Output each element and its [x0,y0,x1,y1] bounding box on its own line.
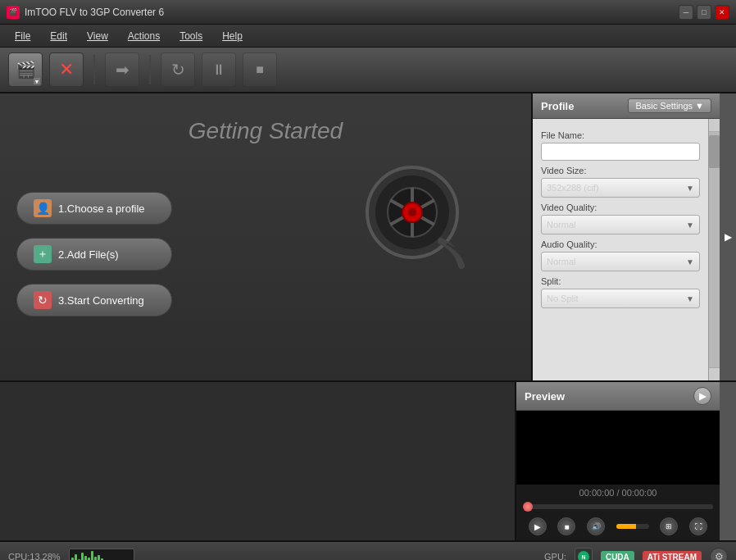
add-files-button[interactable]: ＋ 2.Add File(s) [16,238,172,271]
preview-screen [516,411,720,485]
settings-content: File Name: Video Size: 352x288 (cif) ▼ V… [533,119,720,380]
audio-quality-label: Audio Quality: [541,239,700,249]
minimize-button[interactable]: ─ [679,5,693,20]
snapshot-button[interactable]: ⊞ [660,517,678,535]
panel-expand-button[interactable]: ▶ [720,93,736,380]
video-size-value: 352x288 (cif) [547,183,599,193]
title-bar: 🎬 ImTOO FLV to 3GP Converter 6 ─ □ ✕ [0,0,736,25]
volume-slider[interactable] [616,524,649,529]
app-icon: 🎬 [7,6,20,19]
menu-tools[interactable]: Tools [171,28,211,44]
right-panel-wrapper: Profile Basic Settings ▼ File Name: Vide… [531,93,736,380]
split-value: No Split [547,294,579,303]
menu-edit[interactable]: Edit [42,28,75,44]
basic-settings-button[interactable]: Basic Settings ▼ [628,98,711,113]
settings-scrollbar[interactable]: ▲ ▼ [708,119,720,380]
menu-file[interactable]: File [7,28,39,44]
video-size-arrow: ▼ [686,184,694,193]
preview-expand-side [720,382,736,540]
split-arrow: ▼ [686,294,694,303]
status-bar: CPU:13.28% GPU: N CUDA ATi STREAM ⚙ [0,540,736,560]
profile-header-controls: Basic Settings ▼ [628,98,711,113]
profile-panel: Profile Basic Settings ▼ File Name: Vide… [533,93,720,380]
settings-area: File Name: Video Size: 352x288 (cif) ▼ V… [533,119,708,380]
gpu-icon: N [575,548,593,560]
cpu-label: CPU:13.28% [8,552,61,560]
audio-quality-select[interactable]: Normal ▼ [541,252,700,271]
profile-panel-title: Profile [541,100,574,112]
expand-icon: ▶ [725,231,732,243]
toolbar-separator-1 [93,55,95,84]
cpu-bar-5 [84,556,87,560]
volume-button[interactable]: 🔊 [587,517,605,535]
scroll-down-button[interactable]: ▼ [709,367,720,380]
toolbar-separator-2 [149,55,151,84]
film-reel [359,159,466,276]
start-converting-label: 3.Start Converting [58,294,144,307]
preview-panel-header: Preview ▶ [516,382,720,411]
add-files-label: 2.Add File(s) [58,248,119,261]
audio-quality-arrow: ▼ [686,257,694,266]
add-file-button[interactable]: 🎬 ▼ [8,52,43,87]
video-quality-select[interactable]: Normal ▼ [541,215,700,234]
restore-button[interactable]: □ [697,5,711,20]
cpu-graph [69,549,134,560]
stop-button[interactable]: ■ [243,52,277,87]
add-files-icon: ＋ [34,245,52,263]
start-converting-icon: ↻ [34,291,52,309]
convert-button[interactable]: ➡ [105,52,139,87]
video-quality-value: Normal [547,220,575,230]
empty-area [0,382,515,540]
progress-bar[interactable] [523,504,713,509]
split-select[interactable]: No Split ▼ [541,289,700,308]
preview-expand-button[interactable]: ▶ [693,387,711,405]
cuda-badge[interactable]: CUDA [601,551,634,561]
scroll-up-button[interactable]: ▲ [709,119,720,132]
getting-started-text: Getting Started [0,93,531,144]
video-quality-label: Video Quality: [541,203,700,212]
window-controls: ─ □ ✕ [679,5,729,20]
play-button[interactable]: ▶ [529,517,547,535]
progress-dot [523,502,533,512]
video-size-select[interactable]: 352x288 (cif) ▼ [541,178,700,198]
scroll-track [709,132,720,367]
preview-controls: ▶ ■ 🔊 ⊞ ⛶ [516,512,720,540]
pause-button[interactable]: ⏸ [202,52,236,87]
profile-panel-header: Profile Basic Settings ▼ [533,93,720,119]
svg-point-7 [408,208,416,216]
toolbar: 🎬 ▼ ✕ ➡ ↻ ⏸ ■ [0,48,736,93]
title-bar-left: 🎬 ImTOO FLV to 3GP Converter 6 [7,6,164,19]
app-title: ImTOO FLV to 3GP Converter 6 [25,7,164,18]
cpu-bar-2 [75,554,77,560]
content-area: Getting Started 👤 1.Choose a profile ＋ 2… [0,93,531,380]
choose-profile-icon: 👤 [34,199,52,217]
file-name-input[interactable] [541,143,700,161]
action-buttons: 👤 1.Choose a profile ＋ 2.Add File(s) ↻ 3… [16,192,172,316]
cpu-bar-4 [81,553,84,560]
preview-time: 00:00:00 / 00:00:00 [516,485,720,501]
preview-panel-title: Preview [525,390,565,403]
video-size-label: Video Size: [541,166,700,175]
menu-help[interactable]: Help [214,28,251,44]
start-converting-button[interactable]: ↻ 3.Start Converting [16,284,172,316]
refresh-button[interactable]: ↻ [161,52,195,87]
gpu-settings-gear[interactable]: ⚙ [710,548,728,560]
close-button[interactable]: ✕ [715,5,729,20]
split-label: Split: [541,276,700,286]
preview-progress [516,501,720,512]
cpu-bar-7 [91,551,93,560]
stream-badge[interactable]: ATi STREAM [643,551,702,561]
scroll-thumb[interactable] [709,135,720,168]
menu-view[interactable]: View [79,28,116,44]
menu-actions[interactable]: Actions [120,28,168,44]
file-name-label: File Name: [541,130,700,140]
fullscreen-button[interactable]: ⛶ [689,517,707,535]
audio-quality-value: Normal [547,257,575,266]
choose-profile-label: 1.Choose a profile [58,203,145,215]
choose-profile-button[interactable]: 👤 1.Choose a profile [16,192,172,225]
menu-bar: File Edit View Actions Tools Help [0,25,736,48]
delete-button[interactable]: ✕ [49,52,84,87]
stop-button-preview[interactable]: ■ [557,517,575,535]
preview-area: Preview ▶ 00:00:00 / 00:00:00 ▶ ■ 🔊 ⊞ ⛶ [0,380,736,540]
add-dropdown-arrow[interactable]: ▼ [34,78,40,84]
